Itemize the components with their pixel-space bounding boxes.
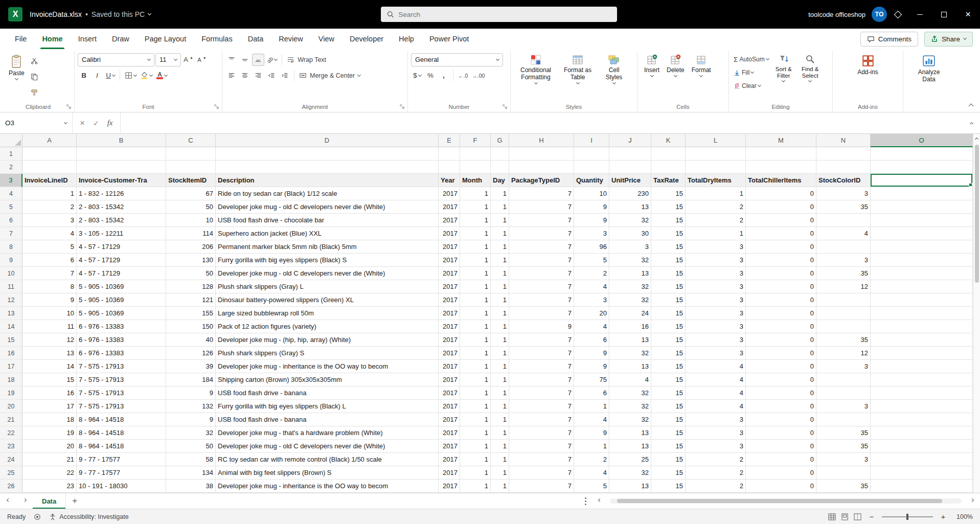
cell-H22[interactable]: 7 <box>509 426 574 440</box>
ribbon-tab-view[interactable]: View <box>311 29 342 49</box>
cell-N4[interactable]: 3 <box>816 187 871 200</box>
cell-styles-button[interactable]: Cell Styles <box>598 52 630 102</box>
cell-E21[interactable]: 2017 <box>439 413 460 426</box>
cell-G10[interactable]: 1 <box>491 267 509 280</box>
row-header-23[interactable]: 23 <box>0 440 22 453</box>
cell-O10[interactable] <box>871 267 973 280</box>
cell-A11[interactable]: 8 <box>22 280 77 293</box>
cell-E15[interactable]: 2017 <box>439 333 460 347</box>
cell-N7[interactable]: 4 <box>816 227 871 240</box>
cell-D9[interactable]: Furry gorilla with big eyes slippers (Bl… <box>216 254 439 267</box>
cell-M9[interactable]: 0 <box>746 254 816 267</box>
horizontal-scroll-thumb[interactable] <box>617 499 942 503</box>
ribbon-tab-draw[interactable]: Draw <box>104 29 137 49</box>
cell-E13[interactable]: 2017 <box>439 307 460 320</box>
cell-I5[interactable]: 9 <box>574 200 609 214</box>
cell-B19[interactable]: 7 - 575 - 17913 <box>77 386 166 400</box>
cell-I1[interactable] <box>574 147 609 161</box>
cell-D20[interactable]: Furry gorilla with big eyes slippers (Bl… <box>216 400 439 413</box>
cell-G13[interactable]: 1 <box>491 307 509 320</box>
cell-L23[interactable]: 3 <box>686 440 746 453</box>
cell-D7[interactable]: Superhero action jacket (Blue) XXL <box>216 227 439 240</box>
font-size-select[interactable]: 11 <box>155 53 181 66</box>
cell-G26[interactable]: 1 <box>491 480 509 493</box>
cell-M24[interactable]: 0 <box>746 453 816 466</box>
cell-M25[interactable]: 0 <box>746 466 816 480</box>
cell-F9[interactable]: 1 <box>460 254 491 267</box>
cell-C16[interactable]: 126 <box>166 347 216 360</box>
column-header-C[interactable]: C <box>166 134 216 147</box>
zoom-in-button[interactable]: + <box>940 512 946 521</box>
cell-M12[interactable]: 0 <box>746 293 816 307</box>
cell-N2[interactable] <box>816 161 871 174</box>
cell-F6[interactable]: 1 <box>460 214 491 227</box>
column-header-G[interactable]: G <box>491 134 509 147</box>
cell-F3[interactable]: Month <box>460 174 491 187</box>
middle-align-button[interactable] <box>239 54 251 66</box>
cell-B14[interactable]: 6 - 976 - 13383 <box>77 320 166 333</box>
sort-filter-button[interactable]: Sort & Filter <box>770 52 797 102</box>
cell-E9[interactable]: 2017 <box>439 254 460 267</box>
top-align-button[interactable] <box>225 54 238 66</box>
cell-M11[interactable]: 0 <box>746 280 816 293</box>
cell-K1[interactable] <box>651 147 686 161</box>
increase-indent-button[interactable] <box>279 70 291 82</box>
cell-I12[interactable]: 3 <box>574 293 609 307</box>
search-box[interactable] <box>381 7 617 22</box>
cell-M15[interactable]: 0 <box>746 333 816 347</box>
cell-G8[interactable]: 1 <box>491 240 509 254</box>
cell-F14[interactable]: 1 <box>460 320 491 333</box>
cell-K5[interactable]: 15 <box>651 200 686 214</box>
cell-K6[interactable]: 15 <box>651 214 686 227</box>
cell-D2[interactable] <box>216 161 439 174</box>
column-header-F[interactable]: F <box>460 134 491 147</box>
find-select-button[interactable]: Find & Select <box>797 52 824 102</box>
cell-J4[interactable]: 230 <box>609 187 651 200</box>
cell-O1[interactable] <box>871 147 973 161</box>
column-header-D[interactable]: D <box>216 134 439 147</box>
excel-logo-icon[interactable]: X <box>8 7 22 21</box>
cell-J3[interactable]: UnitPrice <box>609 174 651 187</box>
cell-N9[interactable]: 3 <box>816 254 871 267</box>
cell-N22[interactable]: 35 <box>816 426 871 440</box>
cell-N10[interactable]: 35 <box>816 267 871 280</box>
cell-O24[interactable] <box>871 453 973 466</box>
page-layout-view-icon[interactable] <box>841 513 849 520</box>
cell-I3[interactable]: Quantity <box>574 174 609 187</box>
cell-E26[interactable]: 2017 <box>439 480 460 493</box>
cell-A15[interactable]: 12 <box>22 333 77 347</box>
cell-K24[interactable]: 15 <box>651 453 686 466</box>
autosum-button[interactable]: Σ AutoSum <box>732 53 770 66</box>
cell-I2[interactable] <box>574 161 609 174</box>
cell-A4[interactable]: 1 <box>22 187 77 200</box>
cell-M5[interactable]: 0 <box>746 200 816 214</box>
cell-B26[interactable]: 10 - 191 - 18030 <box>77 480 166 493</box>
row-header-19[interactable]: 19 <box>0 386 22 400</box>
cell-H15[interactable]: 7 <box>509 333 574 347</box>
cell-F11[interactable]: 1 <box>460 280 491 293</box>
cell-E11[interactable]: 2017 <box>439 280 460 293</box>
cell-H23[interactable]: 7 <box>509 440 574 453</box>
cell-F1[interactable] <box>460 147 491 161</box>
maximize-button[interactable] <box>932 0 956 29</box>
row-header-20[interactable]: 20 <box>0 400 22 413</box>
decrease-indent-button[interactable] <box>265 70 278 82</box>
cell-G2[interactable] <box>491 161 509 174</box>
cell-I10[interactable]: 2 <box>574 267 609 280</box>
cell-M13[interactable]: 0 <box>746 307 816 320</box>
cell-O14[interactable] <box>871 320 973 333</box>
cell-E23[interactable]: 2017 <box>439 440 460 453</box>
italic-button[interactable]: I <box>91 70 103 82</box>
cell-K18[interactable]: 15 <box>651 373 686 386</box>
cell-L13[interactable]: 3 <box>686 307 746 320</box>
cell-D19[interactable]: USB food flash drive - banana <box>216 386 439 400</box>
cell-A20[interactable]: 17 <box>22 400 77 413</box>
cell-C21[interactable]: 9 <box>166 413 216 426</box>
cell-E25[interactable]: 2017 <box>439 466 460 480</box>
cell-L10[interactable]: 3 <box>686 267 746 280</box>
cell-E16[interactable]: 2017 <box>439 347 460 360</box>
cell-J24[interactable]: 25 <box>609 453 651 466</box>
percent-style-button[interactable]: % <box>424 70 437 82</box>
cell-H5[interactable]: 7 <box>509 200 574 214</box>
cell-N3[interactable]: StockColorID <box>816 174 871 187</box>
